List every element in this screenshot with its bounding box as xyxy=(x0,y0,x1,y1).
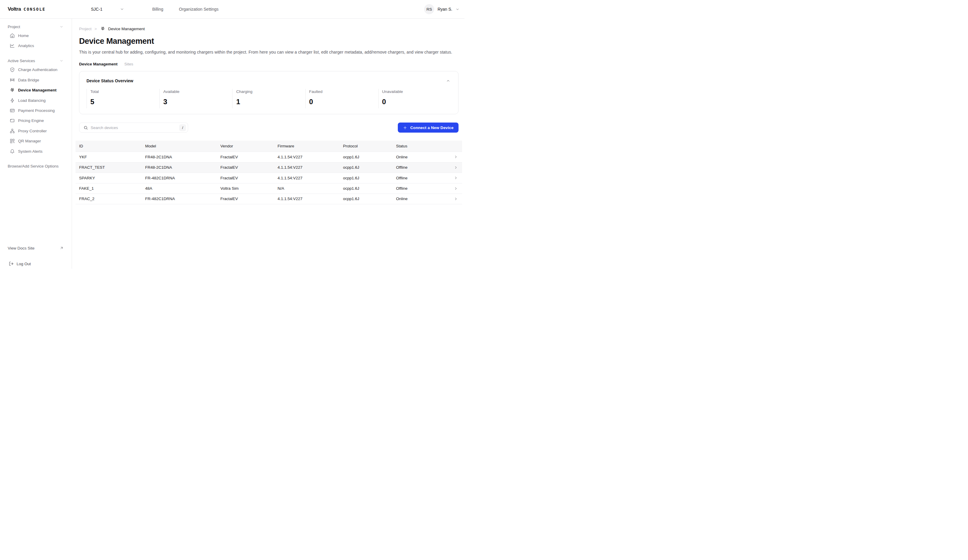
stat-label: Charging xyxy=(236,89,305,94)
cell-status: Online xyxy=(396,197,441,201)
sidebar-item-label: System Alerts xyxy=(18,149,43,154)
sidebar-item-system-alerts[interactable]: System Alerts xyxy=(0,146,72,156)
avatar: RS xyxy=(424,4,434,14)
cell-status: Online xyxy=(396,155,441,159)
qr-code-icon xyxy=(10,139,15,144)
cell-vendor: FractalEV xyxy=(220,176,278,180)
sidebar-item-data-bridge[interactable]: Data Bridge xyxy=(0,75,72,85)
sidebar-browse-add-services[interactable]: Browse/Add Service Options xyxy=(0,162,72,170)
sidebar-item-label: Charge Authentication xyxy=(18,68,58,72)
cell-model: FR-482C1DRNA xyxy=(145,176,220,180)
chevron-down-icon xyxy=(120,7,124,11)
sidebar-item-device-management[interactable]: Device Management xyxy=(0,85,72,95)
connect-button-label: Connect a New Device xyxy=(410,126,454,130)
cell-firmware: 4.1.1.54:V227 xyxy=(278,165,343,170)
chevron-up-icon[interactable] xyxy=(445,78,451,84)
tab-device-management[interactable]: Device Management xyxy=(79,62,118,66)
cell-vendor: FractalEV xyxy=(220,165,278,170)
home-icon xyxy=(10,33,15,38)
breadcrumb-project[interactable]: Project xyxy=(79,26,91,31)
project-selector[interactable]: SJC-1 xyxy=(91,7,124,12)
sidebar-section-project[interactable]: Project xyxy=(0,23,72,30)
sidebar-view-docs-link[interactable]: View Docs Site xyxy=(0,244,72,252)
cell-id: YKF xyxy=(79,155,145,159)
brand-logo[interactable]: Voltra CONSOLE xyxy=(8,6,46,12)
column-header-protocol: Protocol xyxy=(343,144,396,148)
cell-id: FRACT_TEST xyxy=(79,165,145,170)
chevron-down-icon xyxy=(60,59,63,63)
project-selector-value: SJC-1 xyxy=(91,7,103,12)
stat-value: 0 xyxy=(382,97,451,106)
cell-protocol: ocpp1.6J xyxy=(343,165,396,170)
table-row-FRACT_TEST[interactable]: FRACT_TESTFR48-2C1DNAFractalEV4.1.1.54:V… xyxy=(76,162,462,173)
docs-link-label: View Docs Site xyxy=(8,246,35,250)
bell-icon xyxy=(10,149,15,154)
sidebar-item-pricing-engine[interactable]: Pricing Engine xyxy=(0,116,72,126)
sidebar-item-payment-processing[interactable]: Payment Processing xyxy=(0,106,72,116)
shield-check-icon xyxy=(10,67,15,73)
column-header-vendor: Vendor xyxy=(220,144,278,148)
device-table: IDModelVendorFirmwareProtocolStatus YKFF… xyxy=(76,140,462,204)
row-chevron-right-icon[interactable] xyxy=(454,155,458,159)
sidebar-item-charge-authentication[interactable]: Charge Authentication xyxy=(0,65,72,75)
row-chevron-right-icon[interactable] xyxy=(454,176,458,180)
table-row-SPARKY[interactable]: SPARKYFR-482C1DRNAFractalEV4.1.1.54:V227… xyxy=(76,173,462,183)
column-header-status: Status xyxy=(396,144,441,148)
sidebar-item-label: Payment Processing xyxy=(18,108,55,113)
sidebar-item-label: Proxy Controller xyxy=(18,129,47,133)
overview-stats: Total5Available3Charging1Faulted0Unavail… xyxy=(86,89,451,108)
cell-firmware: N/A xyxy=(278,186,343,191)
cell-vendor: Voltra Sim xyxy=(220,186,278,191)
table-row-FAKE_1[interactable]: FAKE_148AVoltra SimN/Aocpp1.6JOffline xyxy=(76,183,462,194)
sidebar-item-analytics[interactable]: Analytics xyxy=(0,41,72,51)
breadcrumb-current: Device Management xyxy=(108,26,145,31)
row-chevron-right-icon[interactable] xyxy=(454,197,458,201)
stat-total: Total5 xyxy=(86,89,159,108)
row-chevron-right-icon[interactable] xyxy=(454,187,458,191)
cell-protocol: ocpp1.6J xyxy=(343,155,396,159)
device-status-overview-card: Device Status Overview Total5Available3C… xyxy=(79,71,459,114)
sidebar-item-qr-manager[interactable]: QR Manager xyxy=(0,136,72,146)
brand-suffix: CONSOLE xyxy=(24,7,46,12)
controls-row: / Connect a New Device xyxy=(79,122,459,132)
table-row-YKF[interactable]: YKFFR48-2C1DNAFractalEV4.1.1.54:V227ocpp… xyxy=(76,152,462,162)
sidebar-logout-button[interactable]: Log Out xyxy=(0,260,72,268)
cell-protocol: ocpp1.6J xyxy=(343,197,396,201)
credit-card-icon xyxy=(10,108,15,113)
cell-model: FR48-2C1DNA xyxy=(145,165,220,170)
sidebar-item-home[interactable]: Home xyxy=(0,30,72,41)
chevron-down-icon xyxy=(60,25,63,29)
logout-label: Log Out xyxy=(17,262,31,266)
nav-organization-settings[interactable]: Organization Settings xyxy=(179,7,219,12)
sidebar-section-active-services[interactable]: Active Services xyxy=(0,57,72,65)
sidebar-item-label: Analytics xyxy=(18,43,34,48)
cell-vendor: FractalEV xyxy=(220,197,278,201)
table-row-FRAC_2[interactable]: FRAC_2FR-482C1DRNAFractalEV4.1.1.54:V227… xyxy=(76,193,462,204)
stat-charging: Charging1 xyxy=(232,89,305,108)
cell-id: SPARKY xyxy=(79,176,145,180)
device-search[interactable]: / xyxy=(79,122,188,132)
cell-protocol: ocpp1.6J xyxy=(343,176,396,180)
column-header-firmware: Firmware xyxy=(278,144,343,148)
chevron-down-icon xyxy=(456,7,459,11)
user-menu[interactable]: RS Ryan S. xyxy=(424,4,459,14)
cell-status: Offline xyxy=(396,165,441,170)
breadcrumb: Project > Device Management xyxy=(79,26,459,32)
nav-billing[interactable]: Billing xyxy=(152,7,163,12)
stat-available: Available3 xyxy=(159,89,232,108)
stat-value: 5 xyxy=(90,97,159,106)
connect-new-device-button[interactable]: Connect a New Device xyxy=(398,122,459,132)
bridge-icon xyxy=(10,77,15,83)
sidebar-item-label: Pricing Engine xyxy=(18,118,44,123)
cell-model: FR-482C1DRNA xyxy=(145,197,220,201)
sidebar-item-label: QR Manager xyxy=(18,139,41,143)
sidebar-item-label: Data Bridge xyxy=(18,78,39,82)
tab-sites[interactable]: Sites xyxy=(124,62,133,66)
sidebar-item-proxy-controller[interactable]: Proxy Controller xyxy=(0,126,72,136)
cell-protocol: ocpp1.6J xyxy=(343,186,396,191)
search-input[interactable] xyxy=(91,126,177,130)
row-chevron-right-icon[interactable] xyxy=(454,165,458,170)
charger-plug-icon xyxy=(100,26,105,31)
network-icon xyxy=(10,128,15,134)
sidebar-item-load-balancing[interactable]: Load Balancing xyxy=(0,95,72,106)
